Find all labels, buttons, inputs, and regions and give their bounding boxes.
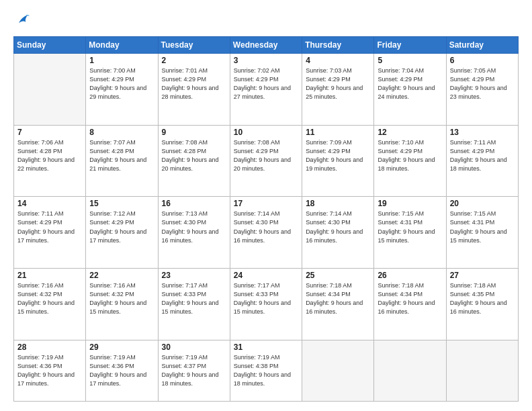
day-number: 9 [162, 128, 226, 137]
day-info: Sunrise: 7:18 AM Sunset: 4:34 PM Dayligh… [378, 281, 442, 316]
calendar-cell: 25Sunrise: 7:18 AM Sunset: 4:34 PM Dayli… [302, 269, 374, 340]
day-info: Sunrise: 7:02 AM Sunset: 4:29 PM Dayligh… [234, 66, 298, 101]
calendar-cell: 16Sunrise: 7:13 AM Sunset: 4:30 PM Dayli… [158, 197, 230, 269]
calendar-cell: 22Sunrise: 7:16 AM Sunset: 4:32 PM Dayli… [86, 269, 158, 340]
day-number: 6 [450, 56, 515, 65]
day-number: 19 [378, 199, 442, 208]
calendar-cell: 2Sunrise: 7:01 AM Sunset: 4:29 PM Daylig… [158, 54, 230, 126]
day-number: 4 [306, 56, 370, 65]
calendar-cell: 27Sunrise: 7:18 AM Sunset: 4:35 PM Dayli… [446, 269, 518, 340]
day-info: Sunrise: 7:09 AM Sunset: 4:29 PM Dayligh… [306, 138, 370, 173]
day-number: 15 [89, 199, 154, 208]
week-row-2: 7Sunrise: 7:06 AM Sunset: 4:28 PM Daylig… [14, 125, 519, 197]
day-info: Sunrise: 7:16 AM Sunset: 4:32 PM Dayligh… [89, 281, 154, 316]
day-number: 24 [234, 271, 298, 280]
calendar-cell: 28Sunrise: 7:19 AM Sunset: 4:36 PM Dayli… [14, 340, 86, 401]
calendar-cell [374, 340, 446, 401]
day-number: 7 [17, 128, 82, 137]
calendar-cell: 30Sunrise: 7:19 AM Sunset: 4:37 PM Dayli… [158, 340, 230, 401]
calendar-cell: 1Sunrise: 7:00 AM Sunset: 4:29 PM Daylig… [86, 54, 158, 126]
calendar-cell: 9Sunrise: 7:08 AM Sunset: 4:28 PM Daylig… [158, 125, 230, 197]
day-info: Sunrise: 7:19 AM Sunset: 4:38 PM Dayligh… [234, 353, 298, 388]
weekday-header-saturday: Saturday [446, 37, 518, 54]
day-number: 26 [378, 271, 442, 280]
calendar-cell: 15Sunrise: 7:12 AM Sunset: 4:29 PM Dayli… [86, 197, 158, 269]
calendar-cell: 21Sunrise: 7:16 AM Sunset: 4:32 PM Dayli… [14, 269, 86, 340]
day-number: 18 [306, 199, 370, 208]
calendar-cell: 5Sunrise: 7:04 AM Sunset: 4:29 PM Daylig… [374, 54, 446, 126]
calendar-cell: 12Sunrise: 7:10 AM Sunset: 4:29 PM Dayli… [374, 125, 446, 197]
day-info: Sunrise: 7:08 AM Sunset: 4:28 PM Dayligh… [162, 138, 226, 173]
calendar-cell: 4Sunrise: 7:03 AM Sunset: 4:29 PM Daylig… [302, 54, 374, 126]
day-number: 13 [450, 128, 515, 137]
calendar-cell [14, 54, 86, 126]
calendar-cell: 11Sunrise: 7:09 AM Sunset: 4:29 PM Dayli… [302, 125, 374, 197]
day-number: 21 [17, 271, 82, 280]
calendar-cell: 7Sunrise: 7:06 AM Sunset: 4:28 PM Daylig… [14, 125, 86, 197]
day-info: Sunrise: 7:19 AM Sunset: 4:36 PM Dayligh… [89, 353, 154, 388]
day-number: 25 [306, 271, 370, 280]
day-info: Sunrise: 7:08 AM Sunset: 4:29 PM Dayligh… [234, 138, 298, 173]
day-info: Sunrise: 7:05 AM Sunset: 4:29 PM Dayligh… [450, 66, 515, 101]
day-info: Sunrise: 7:11 AM Sunset: 4:29 PM Dayligh… [17, 210, 82, 244]
day-info: Sunrise: 7:15 AM Sunset: 4:31 PM Dayligh… [378, 210, 442, 244]
day-number: 1 [89, 56, 154, 65]
day-info: Sunrise: 7:11 AM Sunset: 4:29 PM Dayligh… [450, 138, 515, 173]
weekday-header-sunday: Sunday [14, 37, 86, 54]
day-number: 11 [306, 128, 370, 137]
day-info: Sunrise: 7:18 AM Sunset: 4:34 PM Dayligh… [306, 281, 370, 316]
logo-bird-icon [15, 12, 30, 27]
calendar-table: SundayMondayTuesdayWednesdayThursdayFrid… [13, 36, 519, 402]
day-number: 10 [234, 128, 298, 137]
day-number: 29 [89, 342, 154, 352]
day-number: 16 [162, 199, 226, 208]
day-info: Sunrise: 7:19 AM Sunset: 4:37 PM Dayligh… [162, 353, 226, 388]
day-info: Sunrise: 7:01 AM Sunset: 4:29 PM Dayligh… [162, 66, 226, 101]
day-number: 20 [450, 199, 515, 208]
day-number: 28 [17, 342, 82, 352]
day-number: 23 [162, 271, 226, 280]
calendar-cell: 14Sunrise: 7:11 AM Sunset: 4:29 PM Dayli… [14, 197, 86, 269]
calendar-cell: 19Sunrise: 7:15 AM Sunset: 4:31 PM Dayli… [374, 197, 446, 269]
calendar-header-row: SundayMondayTuesdayWednesdayThursdayFrid… [14, 37, 519, 54]
day-info: Sunrise: 7:12 AM Sunset: 4:29 PM Dayligh… [89, 210, 154, 244]
calendar-cell: 17Sunrise: 7:14 AM Sunset: 4:30 PM Dayli… [230, 197, 302, 269]
logo [13, 12, 30, 30]
calendar-cell: 6Sunrise: 7:05 AM Sunset: 4:29 PM Daylig… [446, 54, 518, 126]
calendar-cell: 20Sunrise: 7:15 AM Sunset: 4:31 PM Dayli… [446, 197, 518, 269]
week-row-4: 21Sunrise: 7:16 AM Sunset: 4:32 PM Dayli… [14, 269, 519, 340]
calendar-cell: 8Sunrise: 7:07 AM Sunset: 4:28 PM Daylig… [86, 125, 158, 197]
calendar-cell: 29Sunrise: 7:19 AM Sunset: 4:36 PM Dayli… [86, 340, 158, 401]
calendar-cell: 26Sunrise: 7:18 AM Sunset: 4:34 PM Dayli… [374, 269, 446, 340]
day-info: Sunrise: 7:14 AM Sunset: 4:30 PM Dayligh… [306, 210, 370, 244]
calendar-cell [302, 340, 374, 401]
weekday-header-tuesday: Tuesday [158, 37, 230, 54]
day-number: 31 [234, 342, 298, 352]
calendar-cell: 13Sunrise: 7:11 AM Sunset: 4:29 PM Dayli… [446, 125, 518, 197]
day-info: Sunrise: 7:03 AM Sunset: 4:29 PM Dayligh… [306, 66, 370, 101]
calendar-cell: 10Sunrise: 7:08 AM Sunset: 4:29 PM Dayli… [230, 125, 302, 197]
day-number: 12 [378, 128, 442, 137]
week-row-3: 14Sunrise: 7:11 AM Sunset: 4:29 PM Dayli… [14, 197, 519, 269]
day-info: Sunrise: 7:18 AM Sunset: 4:35 PM Dayligh… [450, 281, 515, 316]
day-number: 30 [162, 342, 226, 352]
day-number: 3 [234, 56, 298, 65]
week-row-5: 28Sunrise: 7:19 AM Sunset: 4:36 PM Dayli… [14, 340, 519, 401]
day-info: Sunrise: 7:17 AM Sunset: 4:33 PM Dayligh… [162, 281, 226, 316]
week-row-1: 1Sunrise: 7:00 AM Sunset: 4:29 PM Daylig… [14, 54, 519, 126]
calendar-cell [446, 340, 518, 401]
day-info: Sunrise: 7:15 AM Sunset: 4:31 PM Dayligh… [450, 210, 515, 244]
weekday-header-monday: Monday [86, 37, 158, 54]
header [13, 12, 519, 30]
day-info: Sunrise: 7:10 AM Sunset: 4:29 PM Dayligh… [378, 138, 442, 173]
day-info: Sunrise: 7:16 AM Sunset: 4:32 PM Dayligh… [17, 281, 82, 316]
calendar-cell: 23Sunrise: 7:17 AM Sunset: 4:33 PM Dayli… [158, 269, 230, 340]
calendar-cell: 24Sunrise: 7:17 AM Sunset: 4:33 PM Dayli… [230, 269, 302, 340]
day-info: Sunrise: 7:04 AM Sunset: 4:29 PM Dayligh… [378, 66, 442, 101]
day-number: 17 [234, 199, 298, 208]
day-number: 14 [17, 199, 82, 208]
weekday-header-wednesday: Wednesday [230, 37, 302, 54]
day-info: Sunrise: 7:17 AM Sunset: 4:33 PM Dayligh… [234, 281, 298, 316]
day-number: 27 [450, 271, 515, 280]
day-number: 8 [89, 128, 154, 137]
